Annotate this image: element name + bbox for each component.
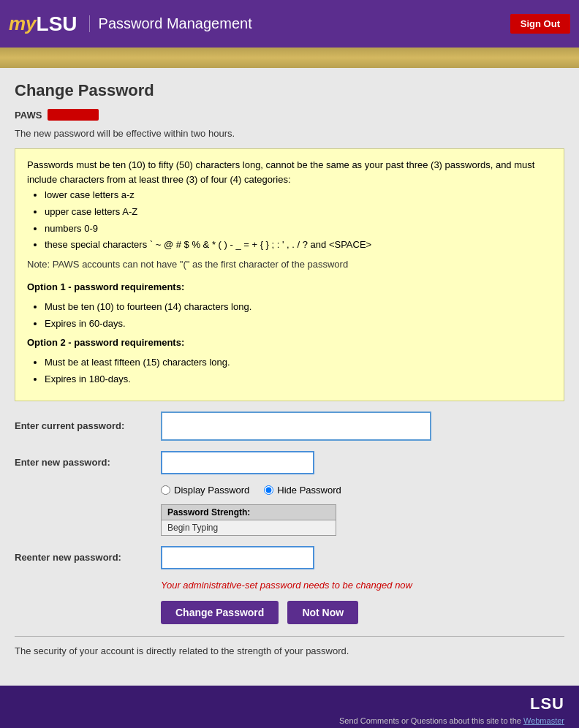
reenter-password-input[interactable]	[161, 546, 314, 569]
strength-value: Begin Typing	[162, 520, 336, 535]
footer-webmaster-link[interactable]: Webmaster	[523, 716, 564, 725]
option2-list: Must be at least fifteen (15) characters…	[45, 355, 552, 387]
list-item: numbers 0-9	[45, 221, 552, 237]
strength-header: Password Strength:	[162, 505, 336, 520]
not-now-button[interactable]: Not Now	[287, 601, 358, 624]
new-password-row: Enter new password:	[15, 451, 564, 474]
logo-my: my	[9, 12, 37, 35]
header-title: Password Management	[89, 15, 252, 32]
new-password-label: Enter new password:	[15, 457, 161, 468]
list-item: Must be ten (10) to fourteen (14) charac…	[45, 300, 552, 315]
reenter-password-row: Reenter new password:	[15, 546, 564, 569]
paws-label: PAWS	[15, 109, 564, 121]
footer-lsu-logo: LSU	[530, 694, 564, 713]
note-text: Note: PAWS accounts can not have "(" as …	[27, 257, 552, 273]
new-password-input[interactable]	[161, 451, 314, 474]
change-password-button[interactable]: Change Password	[161, 601, 279, 624]
list-item: Must be at least fifteen (15) characters…	[45, 355, 552, 371]
display-password-option[interactable]: Display Password	[161, 485, 249, 496]
hide-password-option[interactable]: Hide Password	[264, 485, 341, 496]
current-password-label: Enter current password:	[15, 420, 161, 431]
mylsu-logo: myLSU	[9, 12, 77, 36]
paws-redacted-value	[48, 109, 99, 121]
display-password-radio[interactable]	[161, 485, 170, 495]
list-item: lower case letters a-z	[45, 188, 552, 203]
list-item: these special characters ` ~ @ # $ % & *…	[45, 238, 552, 253]
page-title: Change Password	[15, 81, 564, 100]
policy-box: Passwords must be ten (10) to fifty (50)…	[15, 148, 564, 401]
security-note: The security of your account is directly…	[15, 645, 564, 656]
categories-list: lower case letters a-z upper case letter…	[45, 188, 552, 253]
list-item: upper case letters A-Z	[45, 205, 552, 220]
admin-message: Your administrative-set password needs t…	[161, 580, 564, 591]
header: myLSU Password Management Sign Out	[0, 0, 579, 48]
footer: LSU Send Comments or Questions about thi…	[0, 686, 579, 728]
display-password-label: Display Password	[174, 485, 249, 496]
option1-heading: Option 1 - password requirements:	[27, 280, 552, 295]
current-password-input[interactable]	[161, 412, 431, 441]
effective-text: The new password will be effective withi…	[15, 126, 564, 141]
option1-list: Must be ten (10) to fourteen (14) charac…	[45, 300, 552, 332]
action-buttons: Change Password Not Now	[161, 601, 564, 624]
option2-heading: Option 2 - password requirements:	[27, 335, 552, 351]
hide-password-label: Hide Password	[277, 485, 341, 496]
paws-text: PAWS	[15, 110, 42, 121]
list-item: Expires in 60-days.	[45, 316, 552, 332]
current-password-row: Enter current password:	[15, 412, 564, 441]
footer-links: Send Comments or Questions about this si…	[339, 716, 564, 725]
sign-out-button[interactable]: Sign Out	[510, 14, 570, 34]
reenter-password-label: Reenter new password:	[15, 552, 161, 563]
password-display-options: Display Password Hide Password	[161, 485, 564, 496]
main-content: Change Password PAWS The new password wi…	[0, 68, 579, 686]
list-item: Expires in 180-days.	[45, 372, 552, 387]
policy-text: Passwords must be ten (10) to fifty (50)…	[27, 158, 552, 189]
footer-comments-text: Send Comments or Questions about this si…	[339, 716, 521, 725]
header-left: myLSU Password Management	[9, 12, 252, 36]
password-strength-box: Password Strength: Begin Typing	[161, 504, 336, 536]
logo-lsu: LSU	[37, 12, 77, 36]
divider	[15, 636, 564, 637]
gold-bar	[0, 48, 579, 68]
hide-password-radio[interactable]	[264, 485, 273, 495]
